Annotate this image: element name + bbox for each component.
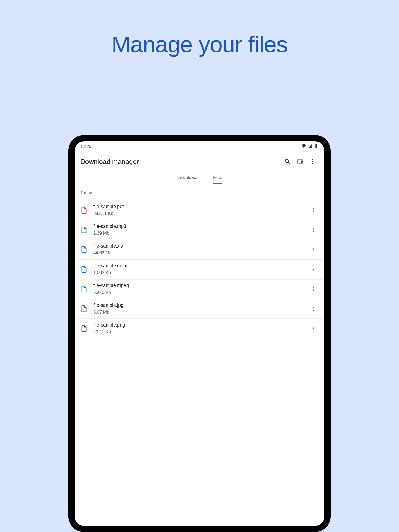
view-icon — [297, 158, 303, 165]
file-row[interactable]: file-sample.jpg 5.07 Mb — [75, 299, 324, 318]
svg-point-19 — [313, 308, 314, 309]
file-more-button[interactable] — [308, 205, 319, 215]
svg-point-18 — [313, 307, 314, 308]
search-icon — [284, 158, 291, 165]
svg-point-6 — [313, 228, 314, 229]
svg-point-16 — [313, 289, 314, 289]
svg-point-10 — [313, 249, 314, 250]
svg-point-3 — [313, 208, 314, 209]
section-header-today: Today — [75, 184, 324, 200]
file-info: file-sample.png 20.11 Kb — [93, 322, 303, 335]
file-info: file-sample.pdf 983.11 Kb — [93, 204, 303, 216]
app-bar: Download manager — [75, 152, 324, 172]
svg-point-23 — [313, 330, 314, 330]
file-more-button[interactable] — [308, 323, 319, 334]
more-vertical-icon — [312, 158, 313, 165]
svg-point-9 — [313, 248, 314, 248]
file-name: file-sample.docx — [93, 263, 303, 269]
status-icons — [302, 144, 319, 150]
file-icon — [80, 285, 88, 293]
svg-point-20 — [313, 310, 314, 311]
file-more-button[interactable] — [308, 284, 319, 294]
file-icon — [80, 207, 88, 214]
status-bar: 12:26 — [75, 141, 324, 152]
svg-point-22 — [313, 328, 314, 329]
file-info: file-sample.mp3 2.39 Mb — [93, 224, 303, 236]
file-name: file-sample.mp3 — [93, 224, 303, 229]
app-screen: 12:26 Download manager — [75, 141, 324, 526]
file-icon — [80, 226, 88, 234]
tab-bar: Downloads Files — [75, 172, 324, 184]
file-info: file-sample.jpg 5.07 Mb — [93, 303, 303, 315]
file-more-button[interactable] — [308, 304, 319, 314]
svg-point-7 — [313, 229, 314, 230]
svg-point-13 — [313, 269, 314, 270]
svg-point-8 — [313, 231, 314, 232]
cellular-icon — [308, 144, 312, 150]
hero-headline: Manage your files — [0, 0, 399, 58]
file-row[interactable]: file-sample.png 20.11 Kb — [75, 318, 324, 338]
file-list: file-sample.pdf 983.11 Kb file-sample.mp… — [75, 200, 324, 338]
file-more-button[interactable] — [308, 225, 319, 235]
file-row[interactable]: file-sample.mpeg 656.5 Kb — [75, 279, 324, 299]
more-button[interactable] — [306, 155, 319, 168]
svg-point-2 — [312, 163, 313, 164]
tab-files[interactable]: Files — [212, 172, 223, 184]
file-icon — [80, 305, 88, 312]
file-name: file-sample.mpeg — [93, 283, 303, 288]
search-button[interactable] — [281, 155, 294, 168]
file-icon — [80, 246, 88, 253]
app-title: Download manager — [80, 158, 281, 166]
file-info: file-sample.docx 1,003 Kb — [93, 263, 303, 275]
file-info: file-sample.mpeg 656.5 Kb — [93, 283, 303, 295]
svg-point-11 — [313, 251, 314, 251]
file-row[interactable]: file-sample.mp3 2.39 Mb — [75, 220, 324, 240]
file-size: 5.07 Mb — [93, 310, 303, 315]
file-size: 656.5 Kb — [93, 290, 303, 295]
battery-icon — [314, 144, 319, 150]
file-row[interactable]: file-sample.pdf 983.11 Kb — [75, 200, 324, 220]
file-size: 2.39 Mb — [93, 231, 303, 236]
wifi-icon — [302, 144, 306, 150]
file-size: 20.11 Kb — [93, 329, 303, 335]
svg-point-5 — [313, 211, 314, 212]
view-button[interactable] — [294, 155, 306, 168]
svg-point-21 — [313, 327, 314, 327]
svg-point-14 — [313, 270, 314, 271]
file-icon — [80, 266, 88, 273]
file-name: file-sample.jpg — [93, 303, 303, 308]
svg-point-12 — [313, 267, 314, 268]
file-name: file-sample.xls — [93, 243, 303, 249]
file-name: file-sample.png — [93, 322, 303, 328]
svg-point-15 — [313, 287, 314, 288]
tab-downloads[interactable]: Downloads — [176, 172, 200, 184]
status-time: 12:26 — [80, 144, 302, 149]
svg-point-4 — [313, 210, 314, 210]
file-icon — [80, 325, 88, 332]
file-size: 1,003 Kb — [93, 270, 303, 275]
file-info: file-sample.xls 44.62 Mb — [93, 243, 303, 256]
device-frame: 12:26 Download manager — [68, 135, 331, 532]
svg-point-1 — [312, 161, 313, 162]
file-more-button[interactable] — [308, 264, 319, 275]
file-row[interactable]: file-sample.docx 1,003 Kb — [75, 259, 324, 279]
file-row[interactable]: file-sample.xls 44.62 Mb — [75, 240, 324, 259]
file-more-button[interactable] — [308, 244, 319, 255]
file-name: file-sample.pdf — [93, 204, 303, 209]
svg-point-0 — [312, 159, 313, 160]
file-size: 44.62 Mb — [93, 250, 303, 256]
file-size: 983.11 Kb — [93, 211, 303, 216]
svg-point-17 — [313, 290, 314, 291]
